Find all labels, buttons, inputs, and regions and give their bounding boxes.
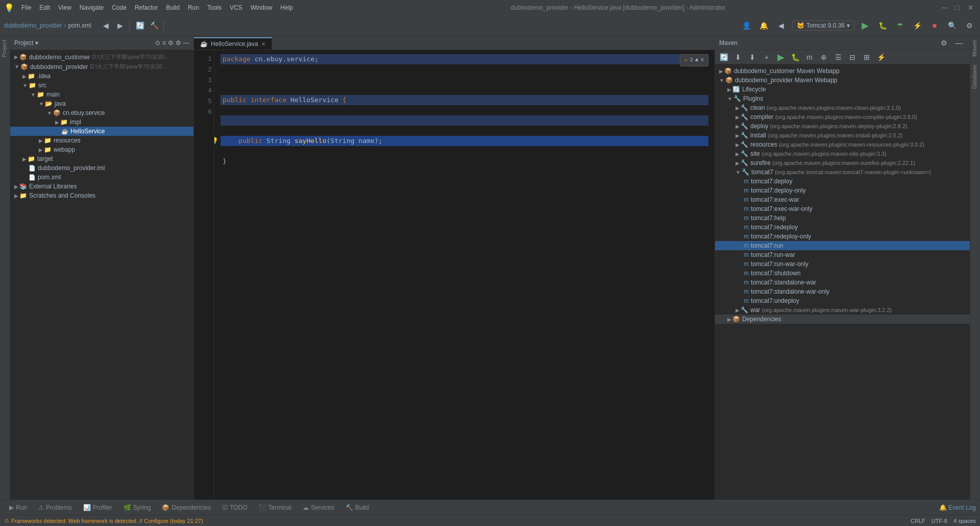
- maven-item-install[interactable]: ▶ 🔧 install (org.apache.maven.plugins:ma…: [715, 131, 970, 140]
- menu-run[interactable]: Run: [185, 3, 202, 12]
- arrow-icon[interactable]: ▼: [39, 101, 44, 107]
- maven-item-compiler[interactable]: ▶ 🔧 compiler (org.apache.maven.plugins:m…: [715, 112, 970, 122]
- tab-run[interactable]: ▶ Run: [4, 503, 32, 512]
- arrow-icon[interactable]: ▶: [736, 142, 740, 148]
- project-scope-icon[interactable]: ⊙: [155, 39, 160, 46]
- maven-item-site[interactable]: ▶ 🔧 site (org.apache.maven.plugins:maven…: [715, 149, 970, 158]
- forward-button[interactable]: ▶: [114, 19, 127, 32]
- maven-goal-help[interactable]: m tomcat7:help: [715, 213, 970, 223]
- maven-item-lifecycle[interactable]: ▶ 🔄 Lifecycle: [715, 85, 970, 94]
- maven-item-surefire[interactable]: ▶ 🔧 surefire (org.apache.maven.plugins:m…: [715, 158, 970, 168]
- arrow-icon[interactable]: ▶: [14, 184, 18, 189]
- arrow-icon[interactable]: ▶: [736, 114, 740, 120]
- maven-expand-button[interactable]: ⊞: [860, 51, 873, 64]
- tree-item-helloservice[interactable]: ☕ HelloService: [10, 127, 193, 136]
- maven-goal-redeploy-only[interactable]: m tomcat7:redeploy-only: [715, 232, 970, 241]
- maven-goal-exec-war-only[interactable]: m tomcat7:exec-war-only: [715, 204, 970, 213]
- maven-item-war[interactable]: ▶ 🔧 war (org.apache.maven.plugins:maven-…: [715, 305, 970, 315]
- tree-item-main[interactable]: ▼ 📁 main: [10, 90, 193, 99]
- project-collapse-icon[interactable]: ≡: [162, 39, 166, 46]
- tree-item-scratches[interactable]: ▶ 📁 Scratches and Consoles: [10, 191, 193, 200]
- project-gear-icon[interactable]: ⚙: [176, 39, 181, 46]
- tree-item-webapp[interactable]: ▶ 📁 webapp: [10, 145, 193, 154]
- arrow-icon[interactable]: ▶: [719, 68, 723, 74]
- maven-collapse-button[interactable]: ⊟: [846, 51, 859, 64]
- arrow-icon[interactable]: ▼: [47, 110, 52, 116]
- settings-button[interactable]: ⚙: [963, 19, 976, 32]
- event-log[interactable]: 🔔 Event Log: [939, 504, 976, 511]
- maven-goal-standalone-war[interactable]: m tomcat7:standalone-war: [715, 278, 970, 287]
- profile-run-button[interactable]: ⚡: [911, 19, 924, 32]
- maven-item-dependencies[interactable]: ▶ 📦 Dependencies: [715, 315, 970, 324]
- maven-download-button[interactable]: ⬇: [746, 51, 759, 64]
- arrow-icon[interactable]: ▼: [727, 96, 732, 102]
- arrow-icon[interactable]: ▶: [39, 147, 43, 153]
- arrow-icon[interactable]: ▶: [736, 160, 740, 166]
- arrow-icon[interactable]: ▶: [55, 119, 59, 125]
- arrow-icon[interactable]: ▶: [736, 151, 740, 157]
- close-button[interactable]: ✕: [966, 4, 976, 12]
- arrow-icon[interactable]: ▶: [736, 133, 740, 138]
- update-button[interactable]: 🔔: [757, 19, 771, 32]
- coverage-button[interactable]: ☂: [893, 19, 906, 32]
- maven-skip-tests-button[interactable]: m: [803, 51, 816, 64]
- menu-view[interactable]: View: [55, 3, 75, 12]
- maven-goal-run[interactable]: m tomcat7:run 点击运行项目: [715, 241, 970, 250]
- database-side-tab[interactable]: Database: [970, 61, 980, 93]
- maven-toggle-button[interactable]: ☰: [831, 51, 845, 64]
- menu-file[interactable]: File: [18, 3, 34, 12]
- tree-item-provider[interactable]: ▼ 📦 dubbodemo_provider D:\大三下学期\java学习\实…: [10, 62, 193, 71]
- maven-item-customer[interactable]: ▶ 📦 dubbodemo_customer Maven Webapp: [715, 66, 970, 76]
- maven-goal-redeploy[interactable]: m tomcat7:redeploy: [715, 223, 970, 232]
- menu-build[interactable]: Build: [163, 3, 183, 12]
- maven-goal-shutdown[interactable]: m tomcat7:shutdown: [715, 269, 970, 278]
- maven-item-deploy[interactable]: ▶ 🔧 deploy (org.apache.maven.plugins:mav…: [715, 122, 970, 131]
- minimize-button[interactable]: ─: [940, 4, 949, 12]
- status-warning[interactable]: ⚠ Frameworks detected: Web framework is …: [4, 517, 203, 524]
- tab-build[interactable]: 🔨 Build: [340, 503, 374, 512]
- arrow-icon[interactable]: ▶: [727, 87, 731, 92]
- tree-item-impl[interactable]: ▶ 📁 impl: [10, 117, 193, 127]
- maven-item-provider[interactable]: ▼ 📦 dubbodemo_provider Maven Webapp: [715, 76, 970, 85]
- tab-dependencies[interactable]: 📦 Dependencies: [157, 503, 216, 512]
- code-content[interactable]: ⚠ 2 ▲ ∨ package cn.ebuy.service; public …: [214, 50, 715, 499]
- maven-item-plugins[interactable]: ▼ 🔧 Plugins: [715, 94, 970, 103]
- arrow-icon[interactable]: ▼: [719, 78, 724, 83]
- maven-execute-button[interactable]: +: [760, 51, 773, 64]
- maven-goal-standalone-war-only[interactable]: m tomcat7:standalone-war-only: [715, 287, 970, 296]
- menu-tools[interactable]: Tools: [204, 3, 225, 12]
- menu-edit[interactable]: Edit: [36, 3, 53, 12]
- arrow-icon[interactable]: ▶: [736, 307, 740, 313]
- search-button[interactable]: 🔍: [945, 19, 959, 32]
- breadcrumb-file[interactable]: pom.xml: [68, 22, 91, 29]
- editor-tab-helloservice[interactable]: ☕ HelloService.java ✕: [194, 37, 272, 50]
- maven-goal-exec-war[interactable]: m tomcat7:exec-war: [715, 195, 970, 204]
- maven-goal-deploy[interactable]: m tomcat7:deploy: [715, 177, 970, 186]
- tree-item-customer[interactable]: ▶ 📦 dubbodemo_customer D:\大三下学期\java学习\实…: [10, 52, 193, 62]
- maven-goal-run-war-only[interactable]: m tomcat7:run-war-only: [715, 259, 970, 269]
- tab-terminal[interactable]: ⬛ Terminal: [254, 503, 297, 512]
- indent[interactable]: 4 spaces: [953, 518, 976, 524]
- project-close-icon[interactable]: —: [183, 39, 189, 46]
- arrow-icon[interactable]: ▼: [14, 64, 19, 69]
- maven-item-tomcat7[interactable]: ▼ 🔧 tomcat7 (org.apache.tomcat.maven:tom…: [715, 168, 970, 177]
- menu-vcs[interactable]: VCS: [227, 3, 246, 12]
- maven-goal-undeploy[interactable]: m tomcat7:undeploy: [715, 296, 970, 305]
- arrow-icon[interactable]: ▶: [736, 124, 740, 129]
- tree-item-package[interactable]: ▼ 📦 cn.ebuy.service: [10, 108, 193, 117]
- line-sep[interactable]: CRLF: [911, 518, 925, 524]
- tab-todo[interactable]: ☑ TODO: [217, 503, 252, 512]
- menu-help[interactable]: Help: [277, 3, 296, 12]
- project-settings-icon[interactable]: ⚙: [168, 39, 174, 46]
- maven-close-icon[interactable]: —: [952, 36, 966, 50]
- maven-run-button[interactable]: ▶: [774, 51, 788, 64]
- tree-item-ext-lib[interactable]: ▶ 📚 External Libraries: [10, 182, 193, 191]
- stop-button[interactable]: ■: [928, 19, 941, 32]
- sync-button[interactable]: 🔄: [134, 19, 147, 32]
- maven-goal-deploy-only[interactable]: m tomcat7:deploy-only: [715, 186, 970, 195]
- maven-refresh-button[interactable]: 🔄: [717, 51, 730, 64]
- maximize-button[interactable]: □: [953, 4, 962, 12]
- tree-item-java[interactable]: ▼ 📂 java: [10, 99, 193, 108]
- arrow-icon[interactable]: ▶: [727, 317, 731, 322]
- debug-button[interactable]: 🐛: [876, 19, 889, 32]
